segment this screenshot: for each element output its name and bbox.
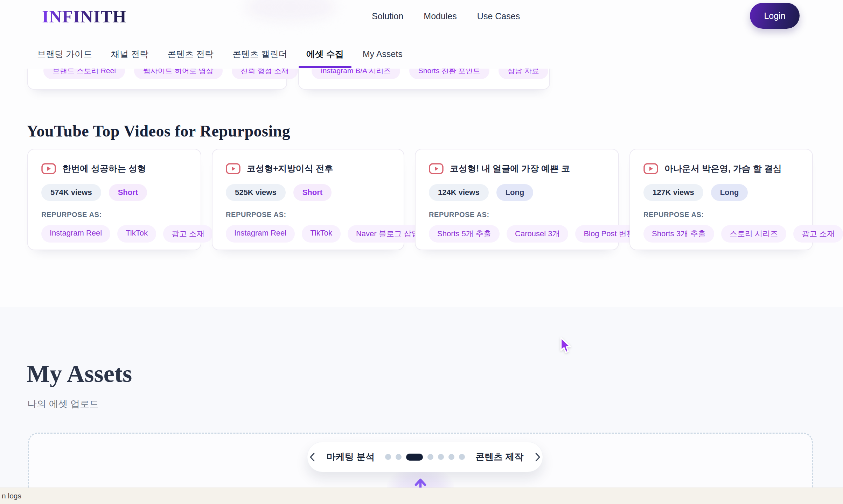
carousel-dot[interactable] bbox=[427, 454, 433, 460]
nav-item-modules[interactable]: Modules bbox=[424, 11, 457, 21]
video-cards-row: 한번에 성공하는 성형 574K views Short REPURPOSE A… bbox=[27, 149, 813, 250]
tab-channel-strategy[interactable]: 채널 전략 bbox=[111, 48, 148, 60]
tab-bar: 브랜딩 가이드 채널 전략 콘텐츠 전략 콘텐츠 캘린더 에셋 수집 My As… bbox=[37, 48, 403, 60]
upload-icon bbox=[408, 475, 433, 488]
repurpose-label: REPURPOSE AS: bbox=[643, 211, 799, 219]
video-card[interactable]: 코성형+지방이식 전후 525K views Short REPURPOSE A… bbox=[212, 149, 404, 250]
carousel-dot[interactable] bbox=[438, 454, 444, 460]
views-badge: 124K views bbox=[429, 184, 489, 201]
video-title: 아나운서 박은영, 가슴 할 결심 bbox=[664, 163, 782, 174]
repurpose-tag[interactable]: 스토리 시리즈 bbox=[721, 225, 786, 243]
brand-logo[interactable]: INFINITH bbox=[42, 6, 126, 27]
type-badge: Short bbox=[109, 184, 147, 201]
views-badge: 574K views bbox=[41, 184, 101, 201]
nav-item-use-cases[interactable]: Use Cases bbox=[477, 11, 520, 21]
main-nav: Solution Modules Use Cases bbox=[372, 11, 520, 21]
page-title-my-assets: My Assets bbox=[27, 360, 132, 388]
nav-item-solution[interactable]: Solution bbox=[372, 11, 403, 21]
repurpose-tag[interactable]: 광고 소재 bbox=[163, 225, 213, 243]
carousel-dots bbox=[385, 454, 465, 461]
views-badge: 525K views bbox=[226, 184, 286, 201]
video-card[interactable]: 한번에 성공하는 성형 574K views Short REPURPOSE A… bbox=[27, 149, 201, 250]
type-badge: Short bbox=[293, 184, 332, 201]
video-title: 한번에 성공하는 성형 bbox=[62, 163, 146, 174]
chevron-left-icon[interactable] bbox=[308, 452, 316, 462]
carousel-dot[interactable] bbox=[459, 454, 465, 460]
views-badge: 127K views bbox=[643, 184, 703, 201]
video-title: 코성형! 내 얼굴에 가장 예쁜 코 bbox=[450, 163, 570, 174]
repurpose-label: REPURPOSE AS: bbox=[226, 211, 390, 219]
type-badge: Long bbox=[711, 184, 748, 201]
repurpose-tag[interactable]: Shorts 3개 추출 bbox=[643, 225, 714, 243]
repurpose-tag[interactable]: TikTok bbox=[302, 225, 341, 243]
background-blob bbox=[245, 0, 336, 21]
tab-branding-guide[interactable]: 브랜딩 가이드 bbox=[37, 48, 92, 60]
status-bar: n logs bbox=[0, 488, 843, 504]
repurpose-tag[interactable]: Shorts 5개 추출 bbox=[429, 225, 500, 243]
section-title-youtube: YouTube Top Videos for Repurposing bbox=[27, 122, 290, 140]
repurpose-label: REPURPOSE AS: bbox=[41, 211, 187, 219]
carousel-next-label[interactable]: 콘텐츠 제작 bbox=[475, 451, 523, 463]
repurpose-tag[interactable]: Instagram Reel bbox=[226, 225, 295, 243]
status-bar-text: n logs bbox=[2, 492, 21, 500]
carousel-dot[interactable] bbox=[396, 454, 402, 460]
youtube-icon bbox=[41, 163, 56, 174]
youtube-icon bbox=[643, 163, 658, 174]
youtube-icon bbox=[226, 163, 241, 174]
video-card[interactable]: 코성형! 내 얼굴에 가장 예쁜 코 124K views Long REPUR… bbox=[415, 149, 619, 250]
tab-asset-collection[interactable]: 에셋 수집 bbox=[306, 48, 344, 60]
page: 브랜드 스토리 Reel 웹사이트 히어로 영상 신뢰 형성 소재 Instag… bbox=[0, 0, 843, 504]
header: INFINITH Solution Modules Use Cases Logi… bbox=[0, 0, 843, 69]
module-carousel: 마케팅 분석 콘텐츠 제작 bbox=[307, 442, 543, 472]
carousel-dot[interactable] bbox=[448, 454, 454, 460]
carousel-prev-label[interactable]: 마케팅 분석 bbox=[327, 451, 375, 463]
tab-my-assets[interactable]: My Assets bbox=[363, 49, 403, 59]
type-badge: Long bbox=[496, 184, 534, 201]
repurpose-tag[interactable]: TikTok bbox=[117, 225, 156, 243]
my-assets-subtitle: 나의 에셋 업로드 bbox=[27, 398, 99, 410]
tab-content-calendar[interactable]: 콘텐츠 캘린더 bbox=[232, 48, 287, 60]
youtube-icon bbox=[429, 163, 444, 174]
chevron-right-icon[interactable] bbox=[534, 452, 542, 462]
carousel-dot[interactable] bbox=[385, 454, 391, 460]
login-button[interactable]: Login bbox=[750, 3, 800, 29]
repurpose-tag[interactable]: Carousel 3개 bbox=[507, 225, 568, 243]
video-title: 코성형+지방이식 전후 bbox=[247, 163, 333, 174]
video-card[interactable]: 아나운서 박은영, 가슴 할 결심 127K views Long REPURP… bbox=[629, 149, 813, 250]
repurpose-label: REPURPOSE AS: bbox=[429, 211, 605, 219]
repurpose-tag[interactable]: 광고 소재 bbox=[793, 225, 843, 243]
tab-content-strategy[interactable]: 콘텐츠 전략 bbox=[167, 48, 214, 60]
carousel-dot-active[interactable] bbox=[406, 454, 423, 461]
repurpose-tag[interactable]: Instagram Reel bbox=[41, 225, 110, 243]
